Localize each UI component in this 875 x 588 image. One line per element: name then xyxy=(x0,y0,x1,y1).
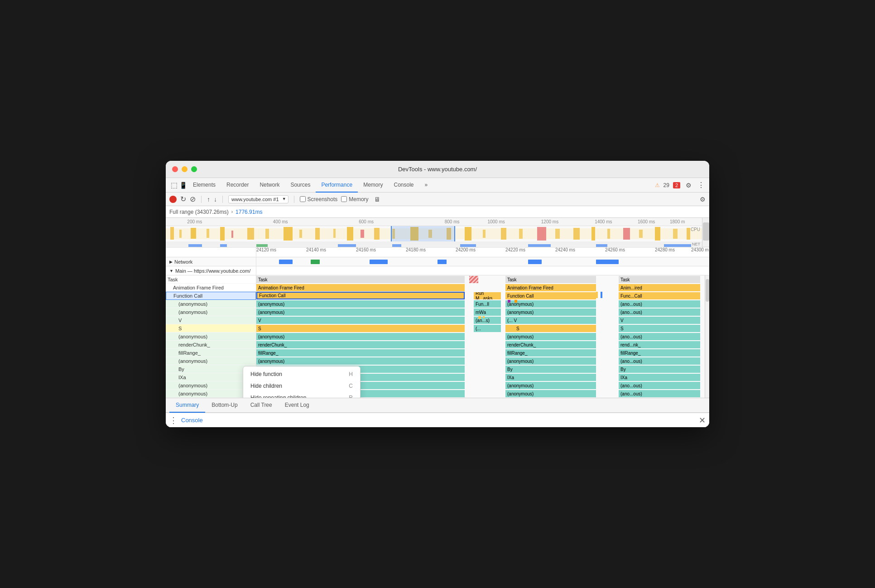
upload-icon[interactable]: ↑ xyxy=(207,196,210,203)
render-bar-left[interactable]: renderChunk_ xyxy=(256,341,465,348)
render-bar-right2[interactable]: rend...nk_ xyxy=(619,341,700,348)
perf-settings-icon[interactable]: ⚙ xyxy=(700,196,706,203)
memory-checkbox[interactable] xyxy=(341,196,347,202)
flame-label-s[interactable]: S xyxy=(166,324,256,333)
fn-bar-right1[interactable]: Function Call xyxy=(505,292,596,299)
flame-label-anon1[interactable]: (anonymous) xyxy=(166,300,256,308)
tab-memory[interactable]: Memory xyxy=(358,178,388,193)
main-scrollbar-thumb[interactable] xyxy=(706,279,709,302)
v-bar-left[interactable]: V xyxy=(256,317,465,324)
flame-label-fillrange[interactable]: fillRange_ xyxy=(166,349,256,357)
tab-sources[interactable]: Sources xyxy=(285,178,316,193)
screenshots-checkbox-label[interactable]: Screenshots xyxy=(300,196,338,202)
by-bar-right1[interactable]: By xyxy=(505,366,596,373)
overview-scrollbar[interactable] xyxy=(702,218,709,247)
tab-event-log[interactable]: Event Log xyxy=(279,398,316,413)
close-console-icon[interactable]: ✕ xyxy=(699,415,706,425)
fn-bar-right2[interactable]: Func...Call xyxy=(619,292,700,299)
anon3-bar-right2[interactable]: (ano...ous) xyxy=(619,333,700,340)
maximize-button[interactable] xyxy=(191,166,197,172)
flame-label-task[interactable]: Task xyxy=(166,275,256,284)
scrollbar-thumb[interactable] xyxy=(703,222,709,241)
anon1-bar-right2[interactable]: (ano...ous) xyxy=(619,300,700,308)
fill-bar-right1[interactable]: fillRange_ xyxy=(505,349,596,357)
console-label[interactable]: Console xyxy=(181,417,203,424)
s-bar-right1[interactable]: S xyxy=(514,325,596,332)
more-icon[interactable]: ⋮ xyxy=(697,181,706,190)
close-button[interactable] xyxy=(172,166,178,172)
flame-label-anon3[interactable]: (anonymous) xyxy=(166,333,256,341)
tab-more[interactable]: » xyxy=(419,178,433,193)
download-icon[interactable]: ↓ xyxy=(214,196,217,203)
anon2-bar-right1[interactable]: (anonymous) xyxy=(505,308,596,316)
tab-performance[interactable]: Performance xyxy=(316,178,358,193)
anon5-bar-right2[interactable]: (ano...ous) xyxy=(619,382,700,389)
anim-bar-right[interactable]: Anim...ired xyxy=(619,284,700,291)
by-bar-right2[interactable]: By xyxy=(619,366,700,373)
device-icon[interactable]: 📱 xyxy=(178,181,188,190)
anon1-bar-right1[interactable]: (anonymous) xyxy=(505,300,596,308)
tab-console[interactable]: Console xyxy=(388,178,419,193)
context-hide-repeating[interactable]: Hide repeating children R xyxy=(243,392,360,398)
anon4-bar-left[interactable]: (anonymous) xyxy=(256,357,465,365)
tab-summary[interactable]: Summary xyxy=(169,398,205,413)
anon1-bar-left[interactable]: (anonymous) xyxy=(256,300,465,308)
main-thread-label-row[interactable]: ▼ Main — https://www.youtube.com/ xyxy=(166,266,709,275)
ixa-bar-right1[interactable]: IXa xyxy=(505,374,596,381)
anon6-bar-right1[interactable]: (anonymous) xyxy=(505,390,596,397)
v-bar-mid-label[interactable]: (an...s) xyxy=(474,317,501,324)
anon6-bar-right2[interactable]: (ano...ous) xyxy=(619,390,700,397)
memory-checkbox-label[interactable]: Memory xyxy=(341,196,368,202)
timeline-overview[interactable]: 200 ms 400 ms 600 ms 800 ms 1000 ms 1200… xyxy=(166,218,709,247)
anon2-bar-left[interactable]: (anonymous) xyxy=(256,308,465,316)
capture-settings-icon[interactable]: 🖥 xyxy=(374,196,380,203)
s-bar-right2[interactable]: S xyxy=(619,325,700,332)
anim-bar-mid[interactable]: Animation Frame Fired xyxy=(505,284,596,291)
tab-elements[interactable]: Elements xyxy=(188,178,221,193)
anon2-bar-right2[interactable]: (ano...ous) xyxy=(619,308,700,316)
s-bar-left[interactable]: S xyxy=(256,325,465,332)
screenshots-checkbox[interactable] xyxy=(300,196,306,202)
refresh-icon[interactable]: ↻ xyxy=(180,195,186,203)
flame-label-v[interactable]: V xyxy=(166,316,256,324)
anim-bar-left[interactable]: Animation Frame Fired xyxy=(256,284,465,291)
settings-icon[interactable]: ⚙ xyxy=(684,181,693,190)
flame-label-function-call[interactable]: Function Call xyxy=(166,292,256,300)
anon1-bar-mid-label[interactable]: Fun...ll xyxy=(474,300,501,308)
inspect-icon[interactable]: ⬚ xyxy=(169,181,178,190)
anon4-bar-right1[interactable]: (anonymous) xyxy=(505,357,596,365)
minimize-button[interactable] xyxy=(182,166,188,172)
url-select[interactable]: www.youtube.com #1 ▼ xyxy=(228,195,288,203)
flame-label-anon2[interactable]: (anonymous) xyxy=(166,308,256,316)
main-thread-label[interactable]: ▼ Main — https://www.youtube.com/ xyxy=(166,266,256,275)
fn-bar-left-selected[interactable]: Function Call xyxy=(256,292,465,299)
network-track-label[interactable]: ▶ Network xyxy=(166,257,256,266)
flame-label-renderchunk[interactable]: renderChunk_ xyxy=(166,341,256,349)
v-bar-right1[interactable]: (... V xyxy=(505,317,596,324)
anon2-bar-mid-label[interactable]: mWa xyxy=(474,308,501,316)
network-track-row[interactable]: ▶ Network xyxy=(166,257,709,266)
v-bar-right2[interactable]: V xyxy=(619,317,700,324)
s-bar-mid-label[interactable]: (... xyxy=(474,325,501,332)
anon5-bar-right1[interactable]: (anonymous) xyxy=(505,382,596,389)
anon4-bar-right2[interactable]: (ano...ous) xyxy=(619,357,700,365)
flame-label-anon4[interactable]: (anonymous) xyxy=(166,357,256,365)
record-button[interactable] xyxy=(169,196,177,203)
fn-bar-mid-label[interactable]: Run M...asks xyxy=(474,292,501,299)
fill-bar-left[interactable]: fillRange_ xyxy=(256,349,465,357)
context-hide-function[interactable]: Hide function H xyxy=(243,368,360,380)
render-bar-right1[interactable]: renderChunk_ xyxy=(505,341,596,348)
main-scrollbar[interactable] xyxy=(705,275,709,398)
task-bar-left[interactable]: Task xyxy=(256,276,465,283)
flame-label-anim-frame[interactable]: Animation Frame Fired xyxy=(166,284,256,292)
tab-recorder[interactable]: Recorder xyxy=(221,178,254,193)
anon3-bar-left[interactable]: (anonymous) xyxy=(256,333,465,340)
tab-call-tree[interactable]: Call Tree xyxy=(244,398,279,413)
ixa-bar-right2[interactable]: IXa xyxy=(619,374,700,381)
task-bar-right[interactable]: Task xyxy=(619,276,700,283)
console-dots-icon[interactable]: ⋮ xyxy=(169,415,178,425)
fill-bar-right2[interactable]: fillRange_ xyxy=(619,349,700,357)
task-bar-mid[interactable]: Task xyxy=(505,276,596,283)
anon3-bar-right1[interactable]: (anonymous) xyxy=(505,333,596,340)
context-hide-children[interactable]: Hide children C xyxy=(243,380,360,392)
